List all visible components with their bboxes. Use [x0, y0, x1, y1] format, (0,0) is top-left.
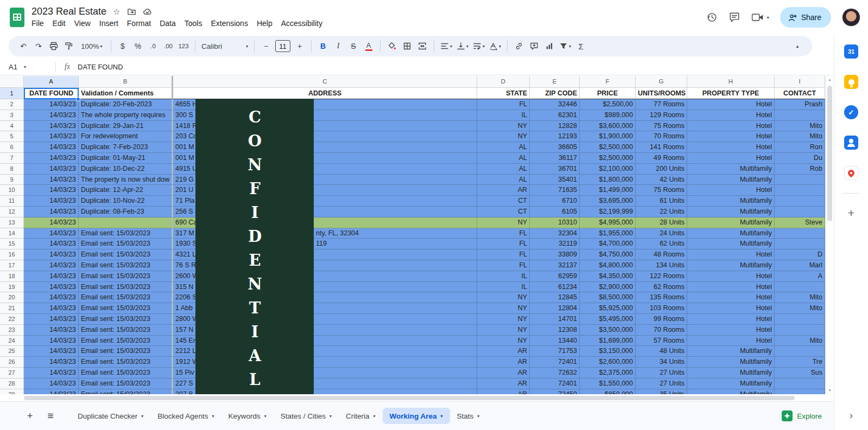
cell[interactable]: $2,100,000: [580, 164, 636, 175]
cell[interactable]: Email sent: 15/03/2023: [79, 271, 173, 282]
row-header-13[interactable]: 13: [0, 217, 24, 228]
cell[interactable]: $2,600,000: [580, 357, 636, 368]
vertical-align-button[interactable]: ▾: [455, 39, 470, 53]
cell[interactable]: [775, 389, 825, 394]
decrease-decimal-button[interactable]: .0: [146, 39, 160, 53]
fill-color-button[interactable]: [385, 39, 399, 53]
cell[interactable]: Email sent: 15/03/2023: [79, 239, 173, 249]
cell[interactable]: Hotel: [687, 142, 775, 153]
cell[interactable]: Hotel: [687, 303, 775, 314]
cell[interactable]: NY: [477, 292, 530, 303]
cell[interactable]: 32119: [530, 239, 580, 249]
cell[interactable]: 75 Rooms: [636, 121, 687, 132]
cell[interactable]: $4,700,000: [580, 239, 636, 249]
text-wrap-button[interactable]: ▾: [471, 39, 486, 53]
cell[interactable]: [775, 325, 825, 336]
cell[interactable]: 14/03/23: [24, 142, 79, 153]
cell[interactable]: AL: [477, 153, 530, 164]
column-header-H[interactable]: H: [687, 76, 775, 88]
cell[interactable]: $8,500,000: [580, 292, 636, 303]
cell[interactable]: Multifamily: [687, 217, 775, 228]
cell[interactable]: [775, 185, 825, 196]
cell[interactable]: Tre: [775, 357, 825, 368]
scroll-down-icon[interactable]: ▼: [826, 387, 834, 394]
cell[interactable]: Du: [775, 153, 825, 164]
row-header-22[interactable]: 22: [0, 314, 24, 325]
row-header-19[interactable]: 19: [0, 282, 24, 293]
cell[interactable]: Duplicate: 20-Feb-2023: [79, 99, 173, 110]
header-cell[interactable]: ADDRESS: [173, 88, 477, 99]
cell[interactable]: 10310: [530, 217, 580, 228]
undo-button[interactable]: ↶: [16, 39, 30, 53]
add-sheet-button[interactable]: +: [22, 408, 38, 424]
cell[interactable]: 14/03/23: [24, 121, 79, 132]
horizontal-scrollbar-thumb[interactable]: [24, 396, 795, 400]
cell[interactable]: NY: [477, 314, 530, 325]
cell[interactable]: IL: [477, 110, 530, 121]
name-box[interactable]: A1 ▾: [0, 63, 50, 71]
cell[interactable]: Hotel: [687, 131, 775, 142]
cell[interactable]: CT: [477, 207, 530, 217]
formula-input[interactable]: DATE FOUND: [78, 63, 123, 71]
cell[interactable]: 70 Rooms: [636, 325, 687, 336]
cell[interactable]: 32137: [530, 260, 580, 271]
row-header-3[interactable]: 3: [0, 110, 24, 121]
active-cell-a1[interactable]: DATE FOUND: [24, 88, 79, 99]
cell[interactable]: AR: [477, 389, 530, 394]
cell[interactable]: $3,500,000: [580, 325, 636, 336]
cell[interactable]: 77 Rooms: [636, 99, 687, 110]
cell[interactable]: Hotel: [687, 325, 775, 336]
cell[interactable]: 14/03/23: [24, 207, 79, 217]
cell[interactable]: FL: [477, 228, 530, 239]
all-sheets-button[interactable]: ≡: [42, 408, 59, 424]
cell[interactable]: AR: [477, 357, 530, 368]
menu-data[interactable]: Data: [155, 18, 180, 29]
cell[interactable]: Email sent: 15/03/2023: [79, 228, 173, 239]
cell[interactable]: Email sent: 15/03/2023: [79, 292, 173, 303]
cell[interactable]: 14/03/23: [24, 368, 79, 378]
cell[interactable]: 35401: [530, 175, 580, 185]
cell[interactable]: [775, 207, 825, 217]
sheet-tab-keywords[interactable]: Keywords▾: [221, 408, 273, 424]
cell[interactable]: Email sent: 15/03/2023: [79, 303, 173, 314]
cell[interactable]: 48 Units: [636, 346, 687, 357]
cell[interactable]: Hotel: [687, 121, 775, 132]
paint-format-button[interactable]: [62, 39, 76, 53]
header-cell[interactable]: PRICE: [580, 88, 636, 99]
cell[interactable]: 200 Units: [636, 164, 687, 175]
text-color-button[interactable]: A: [362, 39, 376, 53]
comments-icon[interactable]: [728, 11, 740, 23]
cell[interactable]: Steve: [775, 217, 825, 228]
cell[interactable]: $2,500,00: [580, 99, 636, 110]
cell[interactable]: 14/03/23: [24, 228, 79, 239]
insert-link-button[interactable]: [512, 39, 526, 53]
move-folder-icon[interactable]: [127, 7, 136, 16]
cell[interactable]: Hotel: [687, 292, 775, 303]
cell[interactable]: 12308: [530, 325, 580, 336]
cell[interactable]: 36701: [530, 164, 580, 175]
cell[interactable]: 14/03/23: [24, 303, 79, 314]
cell[interactable]: Multifamily: [687, 357, 775, 368]
cell[interactable]: 12828: [530, 121, 580, 132]
cell[interactable]: Duplicate: 29-Jan-21: [79, 121, 173, 132]
cell[interactable]: 72401: [530, 378, 580, 389]
cell[interactable]: Multifamily: [687, 239, 775, 249]
cell[interactable]: 14/03/23: [24, 292, 79, 303]
cell[interactable]: $1,800,000: [580, 175, 636, 185]
cell[interactable]: Email sent: 15/03/2023: [79, 282, 173, 293]
cell[interactable]: $5,925,000: [580, 303, 636, 314]
cell[interactable]: CT: [477, 196, 530, 207]
cell[interactable]: IL: [477, 271, 530, 282]
format-percent-button[interactable]: %: [131, 39, 145, 53]
cell[interactable]: Hotel: [687, 314, 775, 325]
cell[interactable]: NY: [477, 303, 530, 314]
cell[interactable]: FL: [477, 99, 530, 110]
cell[interactable]: $1,955,000: [580, 228, 636, 239]
menu-edit[interactable]: Edit: [48, 18, 70, 29]
cell[interactable]: [775, 314, 825, 325]
menu-format[interactable]: Format: [123, 18, 155, 29]
menu-help[interactable]: Help: [252, 18, 277, 29]
horizontal-scrollbar[interactable]: [0, 394, 825, 401]
vertical-scrollbar-thumb[interactable]: [827, 86, 832, 221]
font-size-input[interactable]: 11: [275, 40, 290, 52]
